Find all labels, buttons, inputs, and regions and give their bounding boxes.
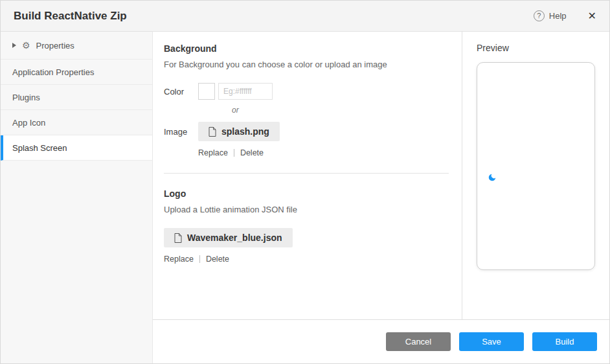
background-replace-link[interactable]: Replace [198, 148, 228, 157]
background-delete-link[interactable]: Delete [240, 148, 264, 157]
or-separator-label: or [232, 106, 449, 115]
vertical-divider [234, 149, 234, 157]
background-section-title: Background [164, 43, 449, 54]
help-link[interactable]: Help [549, 11, 567, 21]
image-field-row: Image splash.png [164, 122, 449, 141]
background-image-file-chip[interactable]: splash.png [198, 122, 280, 141]
color-control [198, 83, 273, 100]
sidebar-item-label: Plugins [12, 93, 40, 102]
sidebar-item-splash-screen[interactable]: Splash Screen [1, 135, 152, 161]
logo-file-actions: Replace Delete [164, 255, 449, 264]
color-swatch[interactable] [198, 83, 215, 100]
sidebar-item-label: App Icon [12, 118, 45, 128]
color-field-row: Color [164, 83, 449, 100]
logo-filename: Wavemaker_blue.json [187, 233, 282, 243]
logo-section-description: Upload a Lottie animation JSON file [164, 205, 449, 214]
sidebar-item-app-icon[interactable]: App Icon [1, 110, 152, 135]
image-field-label: Image [164, 127, 198, 137]
sidebar: ⚙ Properties Application Properties Plug… [1, 32, 153, 363]
sidebar-item-plugins[interactable]: Plugins [1, 85, 152, 110]
color-field-label: Color [164, 87, 198, 97]
gear-icon: ⚙ [22, 40, 30, 51]
save-button[interactable]: Save [459, 332, 524, 351]
color-input[interactable] [218, 83, 273, 100]
background-section-description: For Background you can choose a color or… [164, 60, 449, 69]
document-icon [209, 127, 216, 137]
build-reactnative-zip-dialog: Build ReactNative Zip ? Help ✕ ⚙ Propert… [0, 0, 610, 364]
logo-replace-link[interactable]: Replace [164, 255, 194, 264]
cancel-button[interactable]: Cancel [386, 332, 451, 351]
logo-section-title: Logo [164, 188, 449, 199]
sidebar-item-label: Properties [36, 41, 74, 51]
splash-preview-frame [477, 62, 595, 270]
logo-delete-link[interactable]: Delete [206, 255, 229, 264]
dialog-title: Build ReactNative Zip [14, 10, 127, 23]
sidebar-item-label: Splash Screen [12, 143, 67, 153]
vertical-divider [199, 255, 200, 263]
help-icon[interactable]: ? [534, 10, 545, 21]
background-image-filename: splash.png [221, 126, 269, 137]
close-icon[interactable]: ✕ [588, 11, 596, 21]
preview-title: Preview [477, 43, 595, 53]
moon-icon [488, 173, 497, 182]
background-file-actions: Replace Delete [198, 148, 449, 157]
splash-screen-form: Background For Background you can choose… [153, 32, 462, 319]
logo-file-chip[interactable]: Wavemaker_blue.json [164, 228, 293, 247]
header-actions: ? Help ✕ [534, 10, 596, 21]
document-icon [174, 233, 182, 243]
dialog-body: ⚙ Properties Application Properties Plug… [1, 32, 609, 363]
preview-panel: Preview [462, 32, 609, 319]
right-column: Background For Background you can choose… [153, 32, 609, 363]
build-button[interactable]: Build [532, 332, 597, 351]
caret-right-icon[interactable] [12, 43, 16, 48]
dialog-header: Build ReactNative Zip ? Help ✕ [1, 1, 609, 32]
sidebar-item-properties[interactable]: ⚙ Properties [1, 32, 152, 60]
dialog-footer: Cancel Save Build [153, 320, 609, 363]
sidebar-item-application-properties[interactable]: Application Properties [1, 60, 152, 85]
section-divider [164, 173, 449, 174]
content-row: Background For Background you can choose… [153, 32, 609, 320]
sidebar-item-label: Application Properties [12, 67, 94, 77]
